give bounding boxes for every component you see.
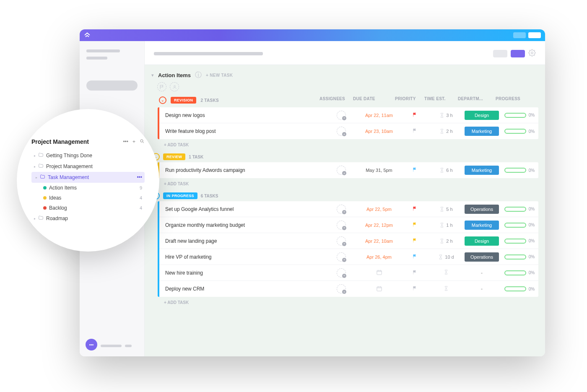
folder-item[interactable]: ▸Roadmap <box>31 213 145 224</box>
assignee-add-icon[interactable] <box>337 284 346 293</box>
assignee-add-icon[interactable] <box>337 205 346 214</box>
folder-item[interactable]: ▸Task Management••• <box>31 172 145 183</box>
folder-item[interactable]: ▸Project Management <box>31 161 145 172</box>
task-title[interactable]: Hire VP of marketing <box>159 254 325 260</box>
col-progress[interactable]: PROGRESS <box>496 96 533 104</box>
time-estimate[interactable]: 2 h <box>439 128 452 134</box>
department-chip[interactable]: Operations <box>465 252 499 262</box>
progress-bar[interactable]: 0% <box>504 113 535 118</box>
assignee-add-icon[interactable] <box>337 221 346 230</box>
task-row[interactable]: Hire VP of marketing Apr 26, 4pm 10 d Op… <box>159 249 538 265</box>
task-title[interactable]: Organize monthly marketing budget <box>159 222 325 228</box>
department-chip[interactable]: Operations <box>465 205 499 214</box>
assignee-add-icon[interactable] <box>337 127 346 136</box>
progress-bar[interactable]: 0% <box>504 223 535 228</box>
add-task-button[interactable]: + ADD TASK <box>151 178 538 190</box>
folder-item[interactable]: ▸Getting Things Done <box>31 150 145 161</box>
progress-bar[interactable]: 0% <box>504 254 535 260</box>
time-estimate-empty[interactable] <box>444 286 449 293</box>
due-date[interactable]: Apr 22, 10am <box>365 239 393 244</box>
progress-bar[interactable]: 0% <box>504 129 535 134</box>
assignee-filter-icon[interactable] <box>170 82 179 91</box>
task-title[interactable]: Design new logos <box>159 112 325 118</box>
department-chip[interactable]: Marketing <box>465 221 499 230</box>
assignee-add-icon[interactable] <box>337 166 346 175</box>
task-row[interactable]: Organize monthly marketing budget Apr 22… <box>159 217 538 233</box>
group-collapse-icon[interactable]: ⌄ <box>159 96 166 104</box>
priority-flag-icon[interactable] <box>412 167 418 174</box>
due-date[interactable]: Apr 22, 5pm <box>366 207 392 212</box>
task-row[interactable]: Draft new landing page Apr 22, 10am 2 h … <box>159 233 538 249</box>
assignee-add-icon[interactable] <box>337 252 346 262</box>
due-date-empty[interactable] <box>376 269 382 276</box>
priority-flag-icon[interactable] <box>412 128 418 135</box>
time-estimate[interactable]: 1 h <box>439 222 452 228</box>
department-chip[interactable]: Design <box>465 236 499 246</box>
progress-bar[interactable]: 0% <box>504 270 535 275</box>
due-date-empty[interactable] <box>376 286 382 293</box>
status-pill[interactable]: IN PROGRESS <box>163 192 197 199</box>
task-title[interactable]: Set up Google Analytics funnel <box>159 206 325 212</box>
progress-bar[interactable]: 0% <box>504 207 535 212</box>
due-date[interactable]: May 31, 5pm <box>366 168 392 173</box>
add-task-button[interactable]: + ADD TASK <box>151 297 538 308</box>
status-pill[interactable]: REVIEW <box>163 153 185 160</box>
progress-bar[interactable]: 0% <box>504 168 535 173</box>
col-assignees[interactable]: ASSIGNEES <box>319 96 353 104</box>
priority-flag-icon[interactable] <box>412 206 418 213</box>
search-input[interactable] <box>86 80 138 91</box>
department-empty[interactable]: - <box>481 270 483 276</box>
task-title[interactable]: Draft new landing page <box>159 238 325 244</box>
view-toggle-active[interactable] <box>511 50 525 57</box>
time-estimate[interactable]: 2 h <box>439 238 452 244</box>
department-chip[interactable]: Marketing <box>465 166 499 175</box>
progress-bar[interactable]: 0% <box>504 239 535 244</box>
priority-flag-icon[interactable] <box>412 222 418 228</box>
list-item[interactable]: Backlog4 <box>31 203 145 213</box>
task-title[interactable]: Write feature blog post <box>159 128 325 134</box>
time-estimate-empty[interactable] <box>444 269 449 276</box>
task-row[interactable]: Set up Google Analytics funnel Apr 22, 5… <box>159 201 538 217</box>
progress-bar[interactable]: 0% <box>504 286 535 291</box>
space-search-icon[interactable] <box>140 139 145 145</box>
assignee-add-icon[interactable] <box>337 268 346 278</box>
department-chip[interactable]: Marketing <box>465 127 499 136</box>
time-estimate[interactable]: 10 d <box>438 254 454 260</box>
space-add-icon[interactable]: + <box>132 139 135 145</box>
info-icon[interactable]: ⓘ <box>195 71 202 80</box>
list-item[interactable]: Ideas4 <box>31 193 145 203</box>
priority-flag-icon[interactable] <box>412 112 418 119</box>
time-estimate[interactable]: 5 h <box>439 206 452 212</box>
add-task-button[interactable]: + ADD TASK <box>151 139 538 151</box>
chat-button[interactable]: ••• <box>86 339 97 350</box>
new-task-button[interactable]: + NEW TASK <box>206 73 233 78</box>
window-minimize[interactable] <box>513 32 526 38</box>
time-estimate[interactable]: 3 h <box>439 112 452 118</box>
col-priority[interactable]: PRIORITY <box>395 96 424 104</box>
assignee-add-icon[interactable] <box>337 236 346 246</box>
due-date[interactable]: Apr 22, 12pm <box>365 223 393 228</box>
department-empty[interactable]: - <box>481 286 483 292</box>
assignee-add-icon[interactable] <box>337 111 346 120</box>
task-title[interactable]: Run productivity Adwords campaign <box>159 167 325 173</box>
task-title[interactable]: New hire training <box>159 270 325 276</box>
priority-flag-icon[interactable] <box>412 254 418 260</box>
collapse-icon[interactable]: ▾ <box>151 73 154 78</box>
settings-icon[interactable] <box>528 49 536 58</box>
view-toggle[interactable] <box>493 50 507 57</box>
task-title[interactable]: Deploy new CRM <box>159 286 325 292</box>
task-row[interactable]: Deploy new CRM - 0% <box>159 281 538 297</box>
priority-flag-icon[interactable] <box>412 270 418 276</box>
priority-flag-icon[interactable] <box>412 238 418 244</box>
task-row[interactable]: Design new logos Apr 22, 11am 3 h Design… <box>159 107 538 123</box>
space-more-icon[interactable]: ••• <box>123 139 128 145</box>
task-row[interactable]: Write feature blog post Apr 23, 10am 2 h… <box>159 123 538 139</box>
col-department[interactable]: DEPARTM... <box>458 96 496 104</box>
item-more-icon[interactable]: ••• <box>137 174 142 180</box>
due-date[interactable]: Apr 22, 11am <box>365 113 393 118</box>
col-time-est[interactable]: TIME EST. <box>424 96 458 104</box>
priority-filter-icon[interactable] <box>157 82 166 91</box>
time-estimate[interactable]: 6 h <box>439 167 452 173</box>
col-due-date[interactable]: DUE DATE <box>353 96 395 104</box>
list-item[interactable]: Action Items9 <box>31 183 145 193</box>
